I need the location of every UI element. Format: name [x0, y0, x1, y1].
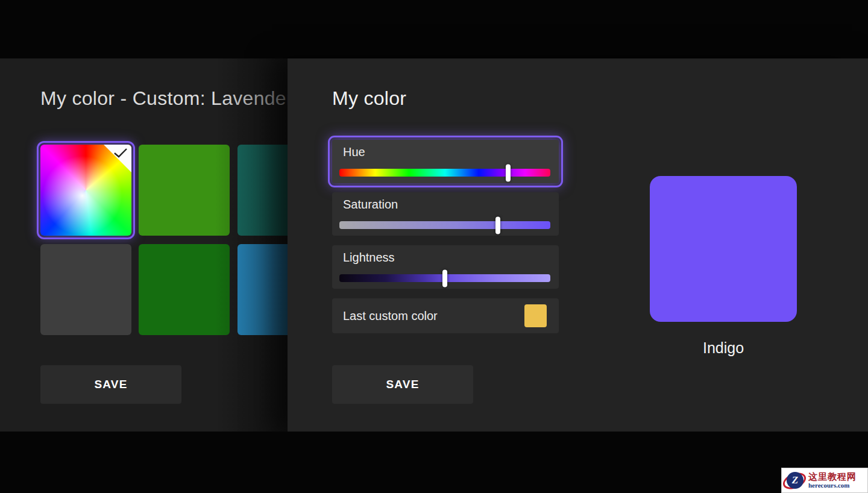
watermark: Z 这里教程网 herecours.com	[781, 468, 868, 493]
tile-green[interactable]	[139, 145, 230, 236]
watermark-site-url: herecours.com	[808, 482, 857, 489]
tile-custom-color[interactable]	[40, 145, 131, 236]
lightness-label: Lightness	[343, 251, 395, 265]
watermark-logo-icon: Z	[782, 468, 807, 493]
hue-thumb[interactable]	[506, 164, 511, 181]
hue-slider-card[interactable]: Hue	[332, 140, 559, 183]
lightness-slider-card[interactable]: Lightness	[332, 245, 559, 289]
tile-dark-gray[interactable]	[40, 244, 131, 335]
last-custom-color-row[interactable]: Last custom color	[332, 298, 559, 333]
color-grid-panel: My color - Custom: Lavender SAVE	[0, 58, 288, 432]
save-button[interactable]: SAVE	[332, 365, 473, 404]
right-panel-title: My color	[332, 87, 406, 110]
stage: My color - Custom: Lavender SAVE My colo…	[0, 58, 868, 432]
hue-label: Hue	[343, 145, 365, 159]
tile-teal[interactable]	[237, 145, 288, 236]
check-icon	[113, 148, 128, 159]
watermark-site-name: 这里教程网	[808, 472, 857, 482]
tile-dark-green[interactable]	[139, 244, 230, 335]
saturation-slider-card[interactable]: Saturation	[332, 192, 559, 236]
color-preview-name: Indigo	[650, 339, 797, 357]
bottom-letterbox	[0, 432, 868, 493]
color-preview-swatch	[650, 176, 797, 322]
top-letterbox	[0, 0, 868, 58]
last-custom-color-label: Last custom color	[343, 298, 438, 333]
save-button-left[interactable]: SAVE	[40, 365, 181, 404]
saturation-label: Saturation	[343, 198, 398, 212]
left-panel-title: My color - Custom: Lavender	[40, 87, 288, 110]
last-custom-color-swatch[interactable]	[524, 304, 547, 327]
hsl-editor-panel: My color Hue Saturation Lightness Last c…	[288, 58, 868, 432]
tile-blue[interactable]	[237, 244, 288, 335]
hue-track[interactable]	[339, 169, 550, 177]
saturation-track[interactable]	[339, 221, 550, 229]
lightness-thumb[interactable]	[442, 269, 447, 287]
saturation-thumb[interactable]	[495, 216, 500, 234]
lightness-track[interactable]	[339, 274, 550, 282]
watermark-z-icon: Z	[787, 472, 804, 489]
